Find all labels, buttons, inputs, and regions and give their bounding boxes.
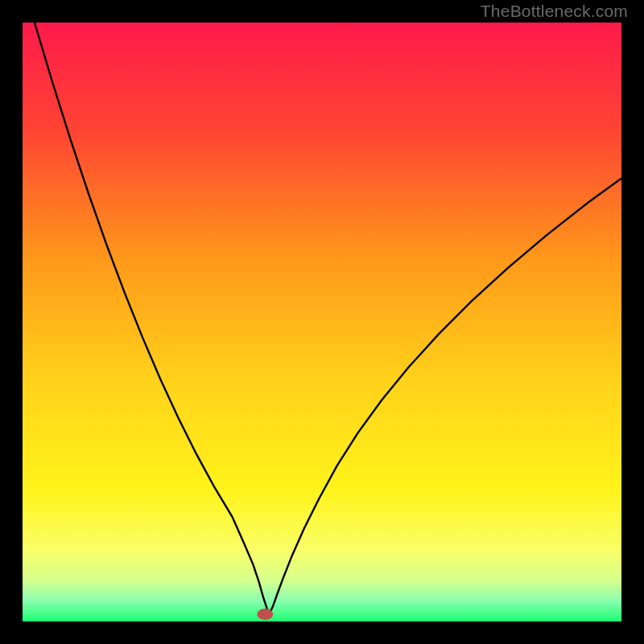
- plot-area: [23, 23, 621, 621]
- bottleneck-chart: [23, 23, 621, 621]
- chart-frame: TheBottleneck.com: [0, 0, 644, 644]
- minimum-marker: [257, 609, 273, 620]
- gradient-background: [23, 23, 621, 621]
- watermark-text: TheBottleneck.com: [481, 2, 628, 21]
